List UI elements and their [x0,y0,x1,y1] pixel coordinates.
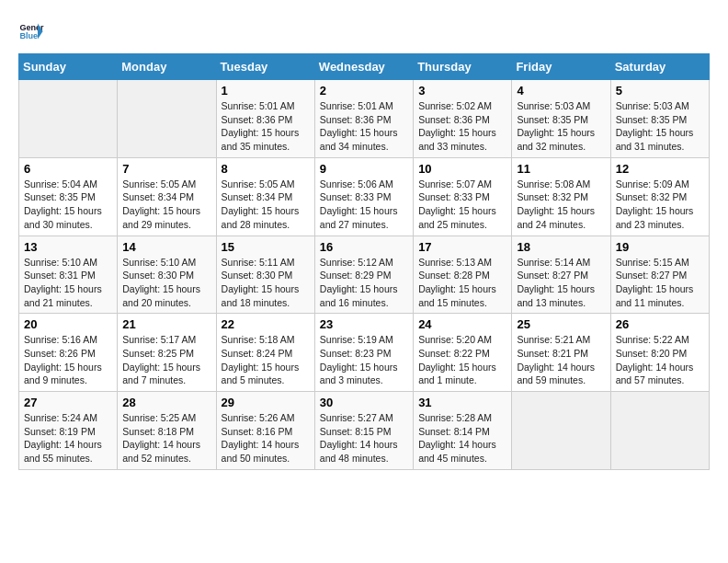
logo: General Blue [18,18,44,44]
day-number: 23 [320,317,408,331]
calendar-cell: 8Sunrise: 5:05 AM Sunset: 8:34 PM Daylig… [216,157,314,236]
day-info: Sunrise: 5:05 AM Sunset: 8:34 PM Dayligh… [122,178,210,232]
dow-header: Saturday [610,54,709,80]
day-info: Sunrise: 5:01 AM Sunset: 8:36 PM Dayligh… [320,99,408,154]
logo-icon: General Blue [18,18,44,44]
day-info: Sunrise: 5:22 AM Sunset: 8:20 PM Dayligh… [616,333,704,387]
dow-header: Tuesday [216,54,314,80]
calendar-cell: 2Sunrise: 5:01 AM Sunset: 8:36 PM Daylig… [314,80,413,158]
days-of-week-row: SundayMondayTuesdayWednesdayThursdayFrid… [19,54,710,80]
dow-header: Thursday [414,54,512,80]
day-info: Sunrise: 5:15 AM Sunset: 8:27 PM Dayligh… [616,256,704,310]
day-number: 19 [616,240,704,254]
calendar-cell: 4Sunrise: 5:03 AM Sunset: 8:35 PM Daylig… [512,80,610,158]
calendar-week-row: 20Sunrise: 5:16 AM Sunset: 8:26 PM Dayli… [19,314,710,392]
day-info: Sunrise: 5:07 AM Sunset: 8:33 PM Dayligh… [418,178,506,232]
day-info: Sunrise: 5:10 AM Sunset: 8:31 PM Dayligh… [24,256,112,310]
calendar-week-row: 6Sunrise: 5:04 AM Sunset: 8:35 PM Daylig… [19,157,710,236]
day-number: 21 [122,317,210,331]
calendar-cell: 18Sunrise: 5:14 AM Sunset: 8:27 PM Dayli… [512,236,610,314]
calendar-cell [118,80,216,158]
day-number: 3 [418,84,506,98]
calendar-cell: 15Sunrise: 5:11 AM Sunset: 8:30 PM Dayli… [216,236,314,314]
calendar-cell: 27Sunrise: 5:24 AM Sunset: 8:19 PM Dayli… [19,392,118,470]
calendar-table: SundayMondayTuesdayWednesdayThursdayFrid… [18,53,710,470]
day-info: Sunrise: 5:21 AM Sunset: 8:21 PM Dayligh… [517,333,605,387]
dow-header: Friday [512,54,610,80]
day-info: Sunrise: 5:17 AM Sunset: 8:25 PM Dayligh… [122,333,210,387]
calendar-cell: 25Sunrise: 5:21 AM Sunset: 8:21 PM Dayli… [512,314,610,392]
calendar-cell [610,392,709,470]
calendar-cell [19,80,118,158]
day-info: Sunrise: 5:28 AM Sunset: 8:14 PM Dayligh… [418,411,506,465]
day-number: 14 [122,240,210,254]
day-number: 4 [517,84,605,98]
calendar-cell: 1Sunrise: 5:01 AM Sunset: 8:36 PM Daylig… [216,80,314,158]
day-number: 9 [320,162,408,176]
day-info: Sunrise: 5:11 AM Sunset: 8:30 PM Dayligh… [222,256,310,310]
day-number: 11 [517,162,605,176]
day-info: Sunrise: 5:08 AM Sunset: 8:32 PM Dayligh… [517,178,605,232]
day-number: 10 [418,162,506,176]
calendar-cell: 17Sunrise: 5:13 AM Sunset: 8:28 PM Dayli… [414,236,512,314]
day-number: 18 [517,240,605,254]
calendar-body: 1Sunrise: 5:01 AM Sunset: 8:36 PM Daylig… [19,80,710,470]
day-number: 27 [24,396,112,409]
day-info: Sunrise: 5:13 AM Sunset: 8:28 PM Dayligh… [418,256,506,310]
day-number: 13 [24,240,112,254]
calendar-cell: 31Sunrise: 5:28 AM Sunset: 8:14 PM Dayli… [414,392,512,470]
day-info: Sunrise: 5:12 AM Sunset: 8:29 PM Dayligh… [320,256,408,310]
dow-header: Sunday [19,54,118,80]
calendar-cell: 20Sunrise: 5:16 AM Sunset: 8:26 PM Dayli… [19,314,118,392]
day-number: 31 [418,396,506,409]
calendar-cell: 11Sunrise: 5:08 AM Sunset: 8:32 PM Dayli… [512,157,610,236]
day-info: Sunrise: 5:26 AM Sunset: 8:16 PM Dayligh… [222,411,310,465]
day-info: Sunrise: 5:03 AM Sunset: 8:35 PM Dayligh… [616,99,704,154]
calendar-cell: 10Sunrise: 5:07 AM Sunset: 8:33 PM Dayli… [414,157,512,236]
calendar-cell: 14Sunrise: 5:10 AM Sunset: 8:30 PM Dayli… [118,236,216,314]
calendar-cell: 23Sunrise: 5:19 AM Sunset: 8:23 PM Dayli… [314,314,413,392]
day-info: Sunrise: 5:03 AM Sunset: 8:35 PM Dayligh… [517,99,605,154]
calendar-cell: 22Sunrise: 5:18 AM Sunset: 8:24 PM Dayli… [216,314,314,392]
day-number: 26 [616,317,704,331]
day-number: 7 [122,162,210,176]
page-header: General Blue [18,18,710,44]
calendar-cell: 7Sunrise: 5:05 AM Sunset: 8:34 PM Daylig… [118,157,216,236]
day-info: Sunrise: 5:18 AM Sunset: 8:24 PM Dayligh… [222,333,310,387]
day-number: 16 [320,240,408,254]
calendar-cell [512,392,610,470]
calendar-cell: 26Sunrise: 5:22 AM Sunset: 8:20 PM Dayli… [610,314,709,392]
calendar-week-row: 27Sunrise: 5:24 AM Sunset: 8:19 PM Dayli… [19,392,710,470]
dow-header: Monday [118,54,216,80]
day-info: Sunrise: 5:25 AM Sunset: 8:18 PM Dayligh… [122,411,210,465]
day-info: Sunrise: 5:20 AM Sunset: 8:22 PM Dayligh… [418,333,506,387]
calendar-week-row: 13Sunrise: 5:10 AM Sunset: 8:31 PM Dayli… [19,236,710,314]
day-number: 15 [222,240,310,254]
day-info: Sunrise: 5:04 AM Sunset: 8:35 PM Dayligh… [24,178,112,232]
day-number: 29 [222,396,310,409]
day-number: 17 [418,240,506,254]
calendar-cell: 9Sunrise: 5:06 AM Sunset: 8:33 PM Daylig… [314,157,413,236]
calendar-week-row: 1Sunrise: 5:01 AM Sunset: 8:36 PM Daylig… [19,80,710,158]
day-info: Sunrise: 5:19 AM Sunset: 8:23 PM Dayligh… [320,333,408,387]
calendar-cell: 6Sunrise: 5:04 AM Sunset: 8:35 PM Daylig… [19,157,118,236]
day-info: Sunrise: 5:24 AM Sunset: 8:19 PM Dayligh… [24,411,112,465]
day-number: 2 [320,84,408,98]
calendar-cell: 30Sunrise: 5:27 AM Sunset: 8:15 PM Dayli… [314,392,413,470]
day-number: 12 [616,162,704,176]
day-info: Sunrise: 5:09 AM Sunset: 8:32 PM Dayligh… [616,178,704,232]
day-info: Sunrise: 5:10 AM Sunset: 8:30 PM Dayligh… [122,256,210,310]
calendar-cell: 21Sunrise: 5:17 AM Sunset: 8:25 PM Dayli… [118,314,216,392]
day-info: Sunrise: 5:01 AM Sunset: 8:36 PM Dayligh… [222,99,310,154]
day-number: 30 [320,396,408,409]
calendar-cell: 12Sunrise: 5:09 AM Sunset: 8:32 PM Dayli… [610,157,709,236]
day-number: 28 [122,396,210,409]
day-number: 22 [222,317,310,331]
calendar-cell: 5Sunrise: 5:03 AM Sunset: 8:35 PM Daylig… [610,80,709,158]
day-info: Sunrise: 5:14 AM Sunset: 8:27 PM Dayligh… [517,256,605,310]
calendar-cell: 16Sunrise: 5:12 AM Sunset: 8:29 PM Dayli… [314,236,413,314]
day-info: Sunrise: 5:27 AM Sunset: 8:15 PM Dayligh… [320,411,408,465]
calendar-cell: 24Sunrise: 5:20 AM Sunset: 8:22 PM Dayli… [414,314,512,392]
calendar-cell: 19Sunrise: 5:15 AM Sunset: 8:27 PM Dayli… [610,236,709,314]
svg-text:Blue: Blue [19,31,38,40]
